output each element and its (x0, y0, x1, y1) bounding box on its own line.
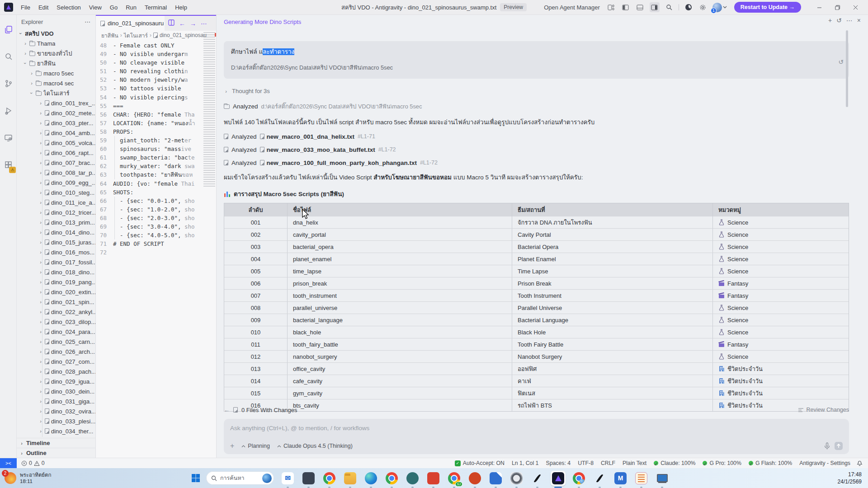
tree-item[interactable]: › dino_011_ice_a... (17, 197, 95, 207)
remote-indicator[interactable]: >< (0, 458, 17, 469)
analyzed-file-row[interactable]: Analyzed new_macro_100_full_moon_party_k… (224, 160, 849, 166)
close-button[interactable] (846, 0, 864, 15)
taskbar-search[interactable]: การค้นหา (206, 471, 274, 485)
timeline-section[interactable]: ›Timeline (17, 438, 95, 448)
explorer-icon[interactable] (0, 20, 17, 38)
close-panel-icon[interactable]: × (857, 17, 861, 24)
tab-dino-021[interactable]: dino_021_spinosauru (96, 16, 165, 31)
explorer-more-actions-icon[interactable]: ⋯ (85, 19, 91, 25)
menu-item[interactable]: File (17, 0, 34, 15)
m-app-icon[interactable] (613, 471, 628, 486)
tree-item[interactable]: › dino_030_dein... (17, 386, 95, 396)
menu-item[interactable]: Run (122, 0, 141, 15)
analyzed-file-name[interactable]: new_macro_033_moo_kata_buffet.txt (267, 146, 375, 153)
notepad-icon[interactable] (634, 471, 649, 486)
chrome-icon[interactable] (322, 471, 337, 486)
chrome-2-icon[interactable] (384, 471, 399, 486)
tree-item[interactable]: › dino_014_dino... (17, 227, 95, 237)
tree-item[interactable]: › dino_012_tricer... (17, 207, 95, 217)
analyzed-file-row[interactable]: Analyzed new_macro_033_moo_kata_buffet.t… (224, 146, 849, 153)
navigate-forward-icon[interactable]: → (190, 20, 196, 27)
computer-icon[interactable] (655, 471, 670, 486)
mail-app-icon[interactable] (280, 471, 295, 486)
tree-item[interactable]: › ขายของทั่วไป (17, 48, 95, 58)
menu-item[interactable]: View (85, 0, 106, 15)
tree-item[interactable]: › dino_002_mete... (17, 108, 95, 118)
taskbar-clock[interactable]: 17:48 24/1/2569 (838, 471, 868, 485)
notifications-bell-icon[interactable] (854, 460, 868, 467)
remote-explorer-icon[interactable] (0, 129, 17, 147)
statusbar-item[interactable]: ✓ G Flash: 100% (745, 458, 796, 469)
editor-more-actions-icon[interactable]: ⋯ (201, 20, 207, 27)
run-debug-icon[interactable] (0, 102, 17, 120)
chrome-globe-icon[interactable] (571, 471, 586, 486)
analyzed-folder-row[interactable]: Analyzed d:\คอร์สติ๊กต๊อก2026\Sync Data\… (224, 102, 849, 111)
tree-item[interactable]: › dino_026_arch... (17, 347, 95, 357)
statusbar-item[interactable]: ✓ Antigravity - Settings (796, 458, 854, 469)
statusbar-item[interactable]: ✓ UTF-8 (574, 458, 597, 469)
chrome-profile-icon[interactable]: SJ (447, 471, 462, 486)
tree-item[interactable]: › dino_029_igua... (17, 376, 95, 386)
add-context-icon[interactable]: + (230, 442, 234, 450)
tree-item[interactable]: › macro4 sec (17, 78, 95, 88)
antigravity-icon[interactable] (551, 471, 566, 486)
panel-scrollbar[interactable] (846, 30, 848, 107)
start-button[interactable] (188, 470, 203, 486)
edge-icon[interactable] (363, 471, 378, 486)
tree-item[interactable]: › dino_001_trex_... (17, 98, 95, 108)
split-editor-icon[interactable] (168, 19, 175, 27)
tree-item[interactable]: › dino_004_amb... (17, 128, 95, 138)
tree-root-folder[interactable]: › สคริป VDO (17, 28, 95, 38)
user-account-button[interactable]: 1 (712, 3, 727, 12)
tree-item[interactable]: › dino_005_volca... (17, 138, 95, 148)
toggle-primary-sidebar-icon[interactable] (621, 2, 631, 12)
tree-item[interactable]: › dino_019_pang... (17, 277, 95, 287)
tree-item[interactable]: › dino_031_giga... (17, 396, 95, 406)
maximize-button[interactable] (828, 0, 846, 15)
tree-item[interactable]: › dino_025_carn... (17, 337, 95, 347)
microphone-icon[interactable] (824, 442, 830, 450)
back-icon[interactable]: ← (224, 407, 230, 413)
tree-item[interactable]: › ยาสีฟัน (17, 58, 95, 68)
tree-item[interactable]: › dino_006_rapt... (17, 148, 95, 158)
mode-selector[interactable]: Planning (241, 443, 270, 449)
tree-item[interactable]: › dino_013_prim... (17, 217, 95, 227)
menu-item[interactable]: Terminal (141, 0, 171, 15)
menu-item[interactable]: Go (106, 0, 122, 15)
weather-widget[interactable]: 2 พระอาทิตย์ตก18:11 (0, 472, 68, 485)
minimize-button[interactable] (810, 0, 828, 15)
tree-item[interactable]: › dino_021_spin... (17, 297, 95, 307)
tree-item[interactable]: › dino_008_tar_p... (17, 168, 95, 178)
toggle-secondary-sidebar-icon[interactable] (650, 2, 660, 12)
teal-app-icon[interactable] (405, 471, 420, 486)
tree-item[interactable]: › dino_023_dilop... (17, 317, 95, 327)
tree-item[interactable]: › ไดโนเสาร์ (17, 88, 95, 98)
statusbar-item[interactable]: ✓ Spaces: 4 (542, 458, 574, 469)
restore-checkpoint-icon[interactable]: ↺ (838, 58, 844, 66)
tree-item[interactable]: › dino_016_mos... (17, 247, 95, 257)
code-area[interactable]: 48 - Female cast ONLY 49 - NO visible un… (96, 40, 216, 257)
tree-item[interactable]: › dino_017_fossil... (17, 257, 95, 267)
statusbar-item[interactable]: ✓ CRLF (597, 458, 619, 469)
new-conversation-icon[interactable]: + (828, 17, 832, 24)
chat-input[interactable]: Ask anything (Ctrl+L), @ to mention, / f… (224, 419, 849, 454)
panel-more-icon[interactable]: ⋯ (846, 17, 853, 24)
tree-item[interactable]: › dino_007_brac... (17, 158, 95, 168)
analyzed-file-name[interactable]: new_macro_001_dna_helix.txt (267, 133, 354, 140)
customize-layout-icon[interactable] (606, 2, 616, 12)
blue-doc-app-icon[interactable] (488, 471, 503, 486)
dark-app-icon[interactable] (301, 471, 316, 486)
tree-item[interactable]: › macro 5sec (17, 68, 95, 78)
analyzed-file-name[interactable]: new_macro_100_full_moon_party_koh_phanga… (267, 160, 417, 166)
statusbar-item[interactable]: ✓ Plain Text (619, 458, 650, 469)
menu-item[interactable]: Edit (34, 0, 52, 15)
tree-item[interactable]: › Thama (17, 38, 95, 48)
quill-app-2-icon[interactable] (592, 471, 607, 486)
search-icon[interactable] (664, 2, 674, 12)
statusbar-item[interactable]: ✓ G Pro: 100% (699, 458, 745, 469)
thought-row[interactable]: › Thought for 3s (224, 88, 849, 94)
settings-gear-icon[interactable] (698, 2, 708, 12)
restart-to-update-button[interactable]: Restart to Update → (734, 2, 801, 13)
minimap[interactable] (203, 32, 215, 188)
navigate-back-icon[interactable]: ← (179, 20, 185, 27)
